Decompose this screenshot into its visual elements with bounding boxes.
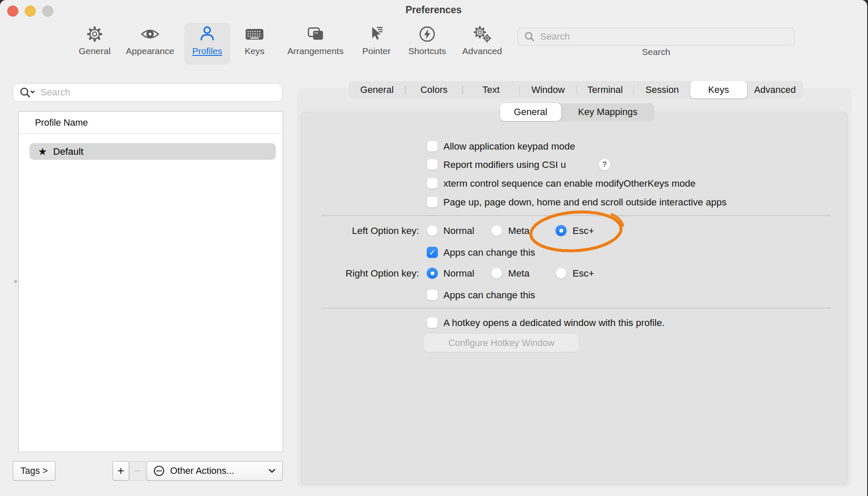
checkbox-right-apps-can-change[interactable]	[427, 289, 438, 300]
checkbox-label: Allow application keypad mode	[443, 141, 575, 152]
gear-icon	[85, 23, 104, 45]
toolbar-item-general[interactable]: General	[69, 23, 120, 65]
toolbar-item-shortcuts[interactable]: Shortcuts	[401, 23, 454, 65]
radio-right-option-esc[interactable]	[556, 268, 567, 279]
radio-label: Esc+	[573, 268, 594, 279]
checkbox-modifyotherkeys[interactable]	[427, 178, 438, 189]
remove-profile-button[interactable]: −	[129, 461, 145, 481]
toolbar-item-label: Appearance	[126, 46, 174, 56]
splitter-dot	[14, 280, 17, 283]
radio-label: Normal	[443, 268, 475, 279]
tab-keys[interactable]: Keys	[690, 81, 746, 98]
eye-icon	[140, 23, 160, 45]
profile-search-input[interactable]	[40, 87, 263, 98]
keyboard-icon	[244, 23, 265, 45]
ellipsis-circle-icon	[153, 465, 165, 477]
tab-text[interactable]: Text	[463, 81, 519, 98]
profile-tabbar: General Colors Text Window Terminal Sess…	[349, 81, 803, 98]
checkbox-hotkey-window[interactable]	[427, 317, 438, 328]
bolt-icon	[418, 23, 437, 45]
configure-hotkey-window-button: Configure Hotkey Window	[424, 334, 579, 352]
profile-list: Profile Name ★ Default	[18, 111, 283, 452]
right-option-key-label: Right Option key:	[294, 268, 419, 279]
checkbox-left-apps-can-change[interactable]: ✓	[427, 247, 438, 258]
subtab-key-mappings[interactable]: Key Mappings	[561, 103, 654, 121]
tab-terminal[interactable]: Terminal	[577, 81, 633, 98]
other-actions-dropdown[interactable]: Other Actions...	[147, 461, 283, 481]
checkbox-csi-u[interactable]	[427, 159, 438, 170]
toolbar-search-caption: Search	[518, 47, 795, 57]
checkbox-label: A hotkey opens a dedicated window with t…	[443, 317, 665, 328]
subtab-general[interactable]: General	[500, 103, 561, 121]
checkbox-label: Apps can change this	[443, 289, 535, 300]
check-icon: ✓	[429, 248, 436, 257]
toolbar-item-arrangements[interactable]: Arrangements	[278, 23, 353, 65]
chevron-down-icon	[269, 469, 275, 473]
checkbox-label: Apps can change this	[443, 247, 535, 258]
toolbar-item-label: Keys	[245, 46, 265, 56]
preferences-window: Preferences General	[0, 0, 867, 496]
radio-right-option-normal[interactable]	[427, 268, 438, 279]
section-divider	[321, 308, 831, 309]
checkbox-label: Report modifiers using CSI u	[443, 159, 566, 170]
person-icon	[198, 23, 217, 45]
toolbar-item-label: Shortcuts	[408, 46, 446, 56]
star-icon: ★	[38, 146, 47, 158]
profile-search-field[interactable]	[13, 83, 283, 102]
tab-colors[interactable]: Colors	[406, 81, 462, 98]
keys-general-panel	[301, 112, 848, 485]
windows-icon	[306, 23, 325, 45]
radio-label: Meta	[508, 225, 529, 236]
profile-list-header: Profile Name	[35, 118, 88, 128]
toolbar-item-keys[interactable]: Keys	[235, 23, 274, 65]
toolbar-item-label: Arrangements	[287, 46, 344, 56]
toolbar-item-label: Profiles	[192, 46, 222, 56]
left-option-key-label: Left Option key:	[294, 225, 419, 236]
radio-label: Meta	[508, 268, 529, 279]
checkbox-application-keypad[interactable]	[427, 141, 438, 152]
toolbar-search-input[interactable]	[539, 31, 780, 43]
profile-row-default[interactable]: ★ Default	[29, 143, 276, 160]
radio-label: Normal	[443, 225, 475, 236]
radio-left-option-normal[interactable]	[427, 225, 438, 236]
keys-subtabbar: General Key Mappings	[500, 103, 654, 121]
toolbar-item-label: Advanced	[462, 46, 502, 56]
toolbar-item-pointer[interactable]: Pointer	[354, 23, 399, 65]
tab-session[interactable]: Session	[634, 81, 690, 98]
tab-window[interactable]: Window	[520, 81, 576, 98]
gears-icon	[472, 23, 492, 45]
window-title: Preferences	[0, 4, 867, 16]
toolbar-item-profiles[interactable]: Profiles	[184, 23, 230, 65]
list-header-divider	[19, 133, 283, 134]
other-actions-label: Other Actions...	[170, 465, 234, 476]
radio-right-option-meta[interactable]	[491, 268, 502, 279]
toolbar-item-advanced[interactable]: Advanced	[455, 23, 509, 65]
section-divider	[321, 215, 831, 216]
search-menu-icon	[19, 87, 36, 98]
toolbar-item-label: General	[79, 46, 111, 56]
checkbox-label: Page up, page down, home and end scroll …	[443, 196, 726, 208]
radio-label: Esc+	[573, 225, 594, 236]
cursor-icon	[367, 23, 386, 45]
add-profile-button[interactable]: +	[113, 461, 129, 481]
toolbar-item-label: Pointer	[362, 46, 391, 56]
radio-left-option-meta[interactable]	[491, 225, 502, 236]
toolbar-search-field[interactable]	[518, 28, 795, 46]
help-button[interactable]: ?	[599, 159, 610, 170]
toolbar-item-appearance[interactable]: Appearance	[120, 23, 180, 65]
tab-general[interactable]: General	[349, 81, 405, 98]
checkbox-label: xterm control sequence can enable modify…	[443, 178, 696, 189]
tags-button[interactable]: Tags >	[13, 461, 55, 481]
checkbox-page-scroll[interactable]	[427, 196, 438, 208]
search-icon	[524, 31, 535, 42]
tab-advanced[interactable]: Advanced	[747, 81, 803, 98]
profile-name: Default	[53, 146, 84, 157]
radio-left-option-esc[interactable]	[556, 225, 567, 236]
